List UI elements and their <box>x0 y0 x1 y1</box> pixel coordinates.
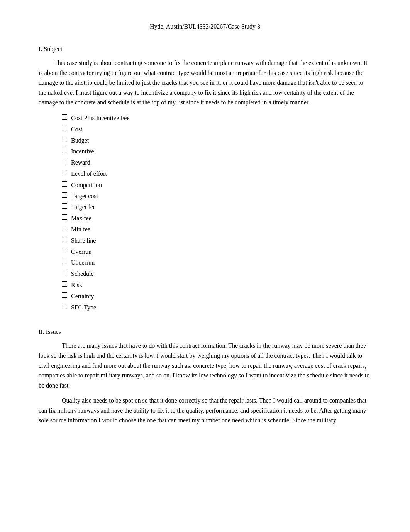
list-item: Cost <box>62 124 371 135</box>
title-text: Hyde, Austin/BUL4333/20267/Case Study 3 <box>150 23 260 30</box>
document-title: Hyde, Austin/BUL4333/20267/Case Study 3 <box>39 23 371 30</box>
bullet-icon <box>62 159 67 164</box>
section1-paragraph1: This case study is about contracting som… <box>39 58 371 107</box>
bullet-icon <box>62 148 67 153</box>
page: Hyde, Austin/BUL4333/20267/Case Study 3 … <box>0 0 410 532</box>
section2-paragraph2: Quality also needs to be spot on so that… <box>39 396 371 425</box>
list-item: Overrun <box>62 246 371 258</box>
list-item: Underrun <box>62 257 371 269</box>
list-item: Competition <box>62 180 371 191</box>
bullet-icon <box>62 259 67 264</box>
bullet-list: Cost Plus Incentive Fee Cost Budget Ince… <box>62 113 371 313</box>
bullet-icon <box>62 137 67 142</box>
list-item: Risk <box>62 280 371 291</box>
bullet-icon <box>62 292 67 298</box>
list-item: Incentive <box>62 146 371 157</box>
bullet-icon <box>62 114 67 120</box>
list-item: Budget <box>62 135 371 146</box>
list-item: Schedule <box>62 269 371 280</box>
section2-heading: II. Issues <box>39 328 371 335</box>
bullet-icon <box>62 203 67 209</box>
list-item: Cost Plus Incentive Fee <box>62 113 371 124</box>
section1-heading: I. Subject <box>39 46 371 53</box>
list-item: Target cost <box>62 191 371 202</box>
list-item: Target fee <box>62 202 371 213</box>
bullet-icon <box>62 214 67 220</box>
list-item: Reward <box>62 157 371 168</box>
section2-paragraph1: There are many issues that have to do wi… <box>39 341 371 390</box>
list-item: Level of effort <box>62 168 371 180</box>
bullet-icon <box>62 248 67 253</box>
list-item: Share line <box>62 235 371 246</box>
list-item: Max fee <box>62 213 371 224</box>
list-item: Certainty <box>62 291 371 302</box>
bullet-icon <box>62 281 67 287</box>
bullet-icon <box>62 270 67 275</box>
list-item: Min fee <box>62 224 371 235</box>
bullet-icon <box>62 192 67 198</box>
bullet-icon <box>62 126 67 131</box>
bullet-icon <box>62 237 67 242</box>
bullet-icon <box>62 181 67 187</box>
bullet-icon <box>62 304 67 309</box>
bullet-icon <box>62 226 67 231</box>
list-item: SDL Type <box>62 302 371 313</box>
bullet-icon <box>62 170 67 175</box>
